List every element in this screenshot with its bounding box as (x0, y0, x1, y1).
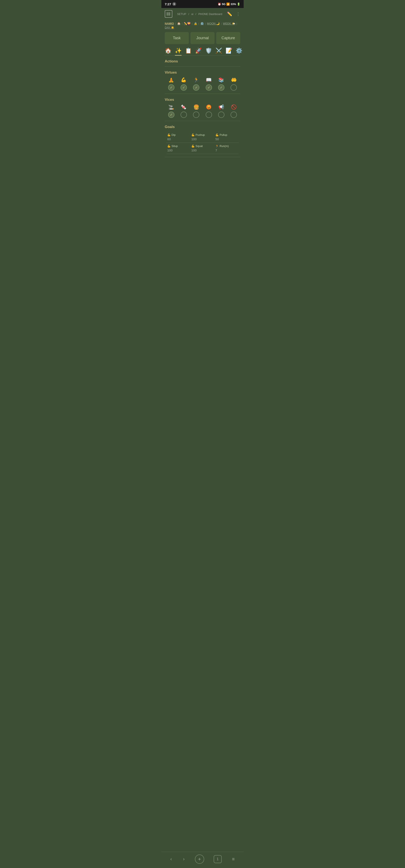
virtue-emoji-3: 📖 (206, 77, 212, 83)
vice-check-2[interactable] (193, 112, 199, 118)
virtue-check-1[interactable]: ✓ (181, 84, 187, 91)
situp-emoji: 💪 (167, 145, 170, 148)
goal-run: 🏃 Run(m) 7 (215, 143, 239, 154)
breadcrumb: SETUP / ui / PHONE Dashboard (177, 12, 222, 16)
sep2: / (195, 12, 196, 16)
virtue-3: 📖 ✓ (204, 77, 214, 91)
nav-lock[interactable]: 🔒 (194, 22, 197, 25)
status-left: 7:27 6 (165, 2, 176, 6)
status-bar: 7:27 6 ⏰ 5G 📶 33% 🔋 (161, 0, 244, 8)
edit-icon[interactable]: ✏️ (227, 11, 232, 17)
sep: | (237, 22, 237, 25)
vice-check-0[interactable]: ✓ (168, 112, 175, 118)
goal-run-value[interactable]: 7 (215, 149, 238, 152)
more-icon[interactable]: ⋮ (236, 11, 240, 17)
tab-rocket[interactable]: 🚀 (195, 48, 202, 54)
capture-button[interactable]: Capture (216, 32, 240, 44)
sidebar-toggle[interactable] (165, 10, 172, 18)
tab-shield[interactable]: 🛡️ (205, 48, 212, 54)
vice-1: 🍬 (179, 104, 188, 118)
goal-pullup-value[interactable]: 50 (215, 137, 238, 141)
breadcrumb-setup[interactable]: SETUP (177, 12, 186, 16)
goal-pushup-value[interactable]: 100 (191, 137, 214, 141)
virtues-title: Virtues (165, 70, 240, 75)
vices-grid: 🚬 ✓ 🍬 🍔 😡 📢 🚫 (165, 104, 240, 118)
sep: | (175, 22, 176, 25)
tab-star[interactable]: ✨ (175, 48, 182, 54)
vice-0: 🚬 ✓ (166, 104, 176, 118)
sidebar-icon-btn[interactable] (165, 10, 172, 18)
task-button[interactable]: Task (165, 32, 189, 44)
virtue-check-4[interactable]: ✓ (218, 84, 224, 91)
virtue-0: 🧘 ✓ (166, 77, 176, 91)
sep1: / (188, 12, 189, 16)
vice-emoji-2: 🍔 (193, 104, 199, 110)
signal-bars-icon: 📶 (226, 3, 230, 6)
num-button[interactable]: 1 (214, 855, 222, 863)
vice-emoji-4: 📢 (218, 104, 224, 110)
goal-squat-value[interactable]: 100 (191, 149, 214, 152)
nav-gear[interactable]: ⚙️ (200, 22, 204, 25)
top-nav-actions: ✏️ ⋮ (227, 11, 240, 17)
tab-sword[interactable]: ⚔️ (215, 48, 222, 54)
add-button[interactable]: + (195, 855, 204, 864)
virtue-emoji-0: 🧘 (168, 77, 174, 83)
virtue-1: 💪 ✓ (179, 77, 188, 91)
goal-run-label: 🏃 Run(m) (215, 145, 238, 148)
vice-check-1[interactable] (181, 112, 187, 118)
status-right: ⏰ 5G 📶 33% 🔋 (218, 3, 240, 6)
vices-title: Vices (165, 98, 240, 102)
vice-2: 🍔 (191, 104, 201, 118)
nav-week[interactable]: WEEK 🌤️ (223, 22, 235, 25)
vice-check-3[interactable] (206, 112, 212, 118)
squat-emoji: 💪 (191, 145, 195, 148)
tab-home[interactable]: 🏠 (165, 48, 172, 54)
sep: | (192, 22, 192, 25)
journal-button[interactable]: Journal (190, 32, 215, 44)
nav-edit[interactable]: ✏️🌄 (184, 22, 190, 25)
virtue-check-5[interactable] (230, 84, 237, 91)
tab-clipboard[interactable]: 📋 (185, 48, 192, 54)
menu-button[interactable]: ≡ (231, 856, 236, 863)
breadcrumb-phone[interactable]: PHONE Dashboard (198, 12, 222, 16)
goal-pushup: 💪 Pushup 100 (190, 132, 215, 143)
signal-label: 5G (222, 3, 225, 6)
sep: | (198, 22, 199, 25)
virtue-check-0[interactable]: ✓ (168, 84, 175, 91)
vice-emoji-0: 🚬 (168, 104, 174, 110)
virtue-emoji-4: 📚 (218, 77, 224, 83)
vice-emoji-5: 🚫 (231, 104, 237, 110)
time: 7:27 (165, 2, 171, 6)
virtue-check-2[interactable]: ✓ (193, 84, 199, 91)
virtue-check-3[interactable]: ✓ (206, 84, 212, 91)
main-content: NAMIO | 🏠 | ✏️🌄 | 🔒 | ⚙️ | MOON 🌙 | WEEK… (161, 20, 244, 195)
nav-moon[interactable]: MOON 🌙 (207, 22, 220, 25)
virtues-section: Virtues 🧘 ✓ 💪 ✓ 🏃 ✓ 📖 ✓ 📚 ✓ (161, 67, 244, 91)
goal-pullup-label: 💪 Pullup (215, 133, 238, 136)
nav-namio[interactable]: NAMIO (165, 22, 174, 25)
battery-icon: 🔋 (237, 3, 240, 6)
forward-button[interactable]: › (182, 856, 185, 863)
vice-3: 😡 (204, 104, 214, 118)
tab-settings[interactable]: ⚙️ (236, 48, 242, 54)
goal-situp-value[interactable]: 100 (167, 149, 190, 152)
nav-day[interactable]: DAY ☀️ (165, 26, 174, 29)
tab-note[interactable]: 📝 (225, 48, 232, 54)
vice-emoji-1: 🍬 (181, 104, 186, 110)
vices-section: Vices 🚬 ✓ 🍬 🍔 😡 📢 🚫 (161, 94, 244, 118)
goal-dip-label: 💪 Dip (167, 133, 190, 136)
back-button[interactable]: ‹ (169, 856, 173, 863)
pushup-emoji: 💪 (191, 133, 195, 136)
virtues-grid: 🧘 ✓ 💪 ✓ 🏃 ✓ 📖 ✓ 📚 ✓ 🤲 (165, 77, 240, 91)
vice-check-4[interactable] (218, 112, 224, 118)
goal-situp-label: 💪 Situp (167, 145, 190, 148)
vice-4: 📢 (216, 104, 226, 118)
breadcrumb-ui[interactable]: ui (191, 12, 193, 16)
goal-pushup-label: 💪 Pushup (191, 133, 214, 136)
virtue-emoji-5: 🤲 (231, 77, 237, 83)
alarm-icon: ⏰ (218, 3, 221, 6)
vice-check-5[interactable] (230, 112, 237, 118)
top-nav: SETUP / ui / PHONE Dashboard ✏️ ⋮ (161, 8, 244, 20)
nav-home[interactable]: 🏠 (177, 22, 181, 25)
goal-dip-value[interactable]: 60 (167, 137, 190, 141)
